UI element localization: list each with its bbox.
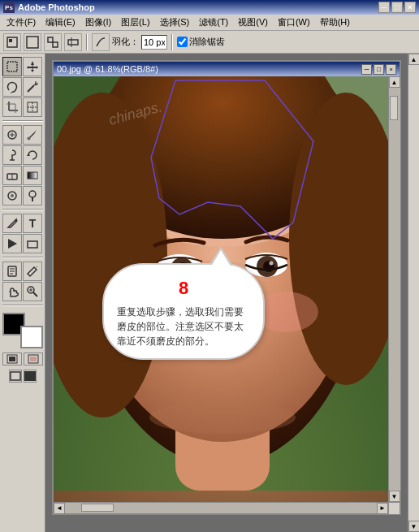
screen-mode-row (9, 370, 37, 383)
eyedropper-btn[interactable] (23, 262, 42, 281)
svg-rect-5 (68, 40, 78, 45)
svg-point-24 (28, 137, 31, 141)
close-button[interactable]: × (404, 2, 416, 13)
magic-wand-btn[interactable] (23, 77, 42, 97)
anti-alias-wrap[interactable]: 消除锯齿 (177, 36, 225, 48)
menu-view[interactable]: 视图(V) (233, 15, 273, 30)
svg-rect-52 (24, 371, 36, 381)
tool-options-btn3[interactable] (44, 33, 62, 51)
maximize-button[interactable]: □ (391, 2, 403, 13)
type-icon: T (29, 217, 37, 230)
app-icon: Ps (3, 2, 15, 13)
clone-stamp-btn[interactable] (2, 145, 22, 165)
svg-rect-50 (30, 357, 37, 361)
type-tool-btn[interactable]: T (23, 214, 42, 233)
crop-tool-btn[interactable] (2, 97, 22, 117)
menu-file[interactable]: 文件(F) (2, 15, 41, 30)
doc-minimize-btn[interactable]: ─ (361, 64, 372, 75)
tool-options-btn1[interactable] (3, 33, 21, 51)
move-tool-btn[interactable] (23, 57, 42, 76)
tool-row-3 (2, 97, 42, 117)
tool-row-6 (2, 166, 42, 185)
marquee-tool-btn[interactable] (2, 57, 22, 76)
anti-alias-checkbox[interactable] (177, 37, 188, 47)
tool-separator-1 (2, 120, 43, 122)
tool-options-btn2[interactable] (24, 33, 41, 51)
title-bar-buttons[interactable]: ─ □ × (378, 2, 416, 13)
main-scroll-up-btn[interactable]: ▲ (408, 54, 420, 65)
tool-row-10 (2, 262, 42, 281)
tool-row-4 (2, 125, 42, 145)
scroll-up-btn[interactable]: ▲ (389, 76, 400, 88)
standard-screen-btn[interactable] (9, 370, 22, 383)
fullscreen-btn[interactable] (24, 370, 37, 383)
brush-tool-btn[interactable] (23, 125, 42, 145)
svg-line-41 (37, 266, 37, 267)
svg-rect-2 (27, 37, 38, 48)
svg-point-31 (11, 194, 14, 197)
eraser-btn[interactable] (2, 166, 22, 185)
doc-right-scrollbar[interactable]: ▲ ▼ (388, 76, 400, 502)
menu-help[interactable]: 帮助(H) (315, 15, 355, 30)
pen-tool-btn[interactable] (2, 214, 22, 233)
app-title: Adobe Photoshop (18, 2, 378, 12)
svg-rect-1 (9, 39, 12, 42)
svg-line-44 (33, 292, 37, 296)
feather-input[interactable] (141, 35, 167, 50)
tool-options-btn4[interactable] (64, 33, 82, 51)
anti-alias-label: 消除锯齿 (189, 36, 225, 48)
scroll-h-track[interactable] (65, 503, 377, 513)
tool-separator-3 (2, 257, 43, 258)
menu-edit[interactable]: 编辑(E) (41, 15, 80, 30)
quick-mask-btn[interactable] (24, 353, 43, 365)
svg-marker-26 (27, 154, 30, 156)
svg-marker-8 (27, 61, 38, 72)
hand-tool-btn[interactable] (2, 282, 22, 301)
doc-title-buttons[interactable]: ─ □ × (361, 64, 396, 75)
canvas-area: 00.jpg @ 61.8%(RGB/8#) ─ □ × (45, 54, 419, 532)
gradient-btn[interactable] (23, 166, 42, 185)
tool-feather-icon (92, 33, 110, 51)
scroll-down-btn[interactable]: ▼ (389, 491, 400, 502)
doc-title-bar: 00.jpg @ 61.8%(RGB/8#) ─ □ × (54, 62, 400, 76)
doc-maximize-btn[interactable]: □ (374, 64, 384, 75)
minimize-button[interactable]: ─ (378, 2, 390, 13)
lasso-tool-btn[interactable] (2, 77, 22, 97)
menu-select[interactable]: 选择(S) (155, 15, 195, 30)
main-right-scrollbar[interactable]: ▲ ▼ (408, 54, 419, 532)
menu-layer[interactable]: 图层(L) (116, 15, 154, 30)
svg-rect-51 (11, 372, 20, 380)
menu-image[interactable]: 图像(I) (80, 15, 116, 30)
tool-separator-2 (2, 209, 43, 210)
color-box[interactable] (2, 313, 43, 348)
scroll-corner (388, 503, 400, 514)
zoom-tool-btn[interactable] (23, 282, 42, 301)
slice-tool-btn[interactable] (23, 97, 42, 117)
scroll-v-track[interactable] (389, 88, 400, 491)
tool-row-7 (2, 186, 42, 205)
scroll-v-thumb[interactable] (390, 96, 398, 120)
shape-tool-btn[interactable] (23, 234, 42, 253)
main-scroll-down-btn[interactable]: ▼ (408, 521, 420, 532)
scroll-left-btn[interactable]: ◄ (54, 503, 65, 514)
background-color[interactable] (20, 326, 43, 348)
photo-canvas[interactable]: chinaps. 8 重复选取步骤，选取我们需要磨皮的部位。注意选区不要太靠近不… (54, 76, 388, 502)
healing-brush-btn[interactable] (2, 125, 22, 145)
blur-btn[interactable] (2, 186, 22, 205)
menu-window[interactable]: 窗口(W) (273, 15, 315, 30)
toolbar-separator2 (171, 34, 173, 50)
tool-row-1 (2, 57, 42, 76)
history-brush-btn[interactable] (23, 145, 42, 165)
scroll-h-thumb[interactable] (81, 504, 114, 512)
notes-btn[interactable] (2, 262, 22, 281)
tool-row-8: T (2, 214, 42, 233)
main-area: T (0, 54, 419, 532)
doc-close-btn[interactable]: × (386, 64, 396, 75)
standard-mode-btn[interactable] (2, 353, 22, 365)
path-select-btn[interactable] (2, 234, 22, 253)
doc-h-scrollbar[interactable]: ◄ ► (54, 502, 400, 513)
menu-filter[interactable]: 滤镜(T) (194, 15, 233, 30)
svg-point-74 (149, 401, 296, 434)
dodge-btn[interactable] (23, 186, 42, 205)
scroll-right-btn[interactable]: ► (377, 503, 388, 514)
